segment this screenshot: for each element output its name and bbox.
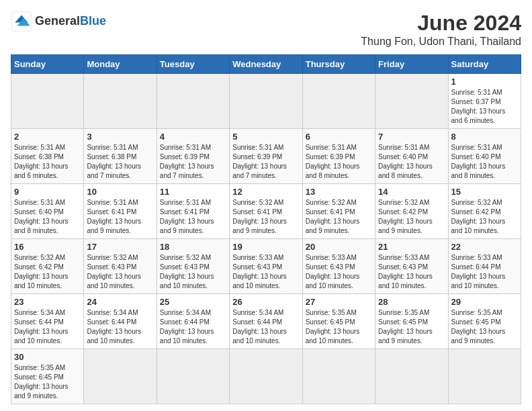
- calendar-day-cell: 29Sunrise: 5:35 AMSunset: 6:45 PMDayligh…: [448, 294, 521, 349]
- day-info: Sunrise: 5:33 AMSunset: 6:43 PMDaylight:…: [306, 253, 372, 291]
- day-number: 30: [14, 352, 81, 362]
- calendar-week-row: 2Sunrise: 5:31 AMSunset: 6:38 PMDaylight…: [11, 129, 521, 184]
- day-info: Sunrise: 5:32 AMSunset: 6:42 PMDaylight:…: [451, 198, 518, 236]
- weekday-header: Monday: [84, 55, 157, 74]
- calendar-day-cell: 25Sunrise: 5:34 AMSunset: 6:44 PMDayligh…: [157, 294, 229, 349]
- calendar-day-cell: 30Sunrise: 5:35 AMSunset: 6:45 PMDayligh…: [11, 349, 84, 404]
- calendar-week-row: 16Sunrise: 5:32 AMSunset: 6:42 PMDayligh…: [11, 239, 521, 294]
- day-info: Sunrise: 5:34 AMSunset: 6:44 PMDaylight:…: [87, 308, 153, 346]
- calendar-day-cell: 4Sunrise: 5:31 AMSunset: 6:39 PMDaylight…: [157, 129, 229, 184]
- day-number: 26: [232, 297, 299, 307]
- calendar-day-cell: [230, 349, 302, 404]
- day-info: Sunrise: 5:31 AMSunset: 6:40 PMDaylight:…: [451, 143, 518, 181]
- calendar-day-cell: 14Sunrise: 5:32 AMSunset: 6:42 PMDayligh…: [375, 184, 448, 239]
- calendar-day-cell: [157, 74, 229, 129]
- calendar-subtitle: Thung Fon, Udon Thani, Thailand: [361, 36, 521, 48]
- calendar-day-cell: 20Sunrise: 5:33 AMSunset: 6:43 PMDayligh…: [302, 239, 375, 294]
- calendar-day-cell: [375, 74, 448, 129]
- day-number: 25: [160, 297, 226, 307]
- day-number: 14: [378, 187, 445, 197]
- day-info: Sunrise: 5:32 AMSunset: 6:42 PMDaylight:…: [14, 253, 81, 291]
- day-info: Sunrise: 5:33 AMSunset: 6:43 PMDaylight:…: [232, 253, 299, 291]
- day-number: 18: [160, 242, 226, 252]
- calendar-day-cell: 24Sunrise: 5:34 AMSunset: 6:44 PMDayligh…: [84, 294, 157, 349]
- day-info: Sunrise: 5:33 AMSunset: 6:43 PMDaylight:…: [378, 253, 445, 291]
- page-header: GeneralBlue June 2024 Thung Fon, Udon Th…: [11, 11, 521, 48]
- day-info: Sunrise: 5:31 AMSunset: 6:40 PMDaylight:…: [378, 143, 445, 181]
- calendar-table: SundayMondayTuesdayWednesdayThursdayFrid…: [11, 54, 521, 404]
- calendar-day-cell: 15Sunrise: 5:32 AMSunset: 6:42 PMDayligh…: [448, 184, 521, 239]
- day-number: 11: [160, 187, 226, 197]
- weekday-header: Saturday: [448, 55, 521, 74]
- calendar-day-cell: 19Sunrise: 5:33 AMSunset: 6:43 PMDayligh…: [230, 239, 302, 294]
- day-info: Sunrise: 5:35 AMSunset: 6:45 PMDaylight:…: [378, 308, 445, 346]
- day-info: Sunrise: 5:34 AMSunset: 6:44 PMDaylight:…: [232, 308, 299, 346]
- day-number: 12: [232, 187, 299, 197]
- calendar-day-cell: [302, 74, 375, 129]
- day-info: Sunrise: 5:35 AMSunset: 6:45 PMDaylight:…: [306, 308, 372, 346]
- day-number: 8: [451, 132, 518, 142]
- day-info: Sunrise: 5:32 AMSunset: 6:43 PMDaylight:…: [160, 253, 226, 291]
- title-block: June 2024 Thung Fon, Udon Thani, Thailan…: [361, 11, 521, 48]
- calendar-day-cell: 1Sunrise: 5:31 AMSunset: 6:37 PMDaylight…: [448, 74, 521, 129]
- calendar-day-cell: 26Sunrise: 5:34 AMSunset: 6:44 PMDayligh…: [230, 294, 302, 349]
- day-info: Sunrise: 5:33 AMSunset: 6:44 PMDaylight:…: [451, 253, 518, 291]
- calendar-day-cell: 2Sunrise: 5:31 AMSunset: 6:38 PMDaylight…: [11, 129, 84, 184]
- day-number: 16: [14, 242, 81, 252]
- day-info: Sunrise: 5:31 AMSunset: 6:37 PMDaylight:…: [451, 88, 518, 126]
- weekday-header: Friday: [375, 55, 448, 74]
- calendar-day-cell: 13Sunrise: 5:32 AMSunset: 6:41 PMDayligh…: [302, 184, 375, 239]
- day-number: 13: [306, 187, 372, 197]
- calendar-day-cell: 8Sunrise: 5:31 AMSunset: 6:40 PMDaylight…: [448, 129, 521, 184]
- calendar-day-cell: [230, 74, 302, 129]
- weekday-header: Wednesday: [230, 55, 302, 74]
- weekday-header: Sunday: [11, 55, 84, 74]
- calendar-day-cell: [375, 349, 448, 404]
- calendar-day-cell: [448, 349, 521, 404]
- day-info: Sunrise: 5:32 AMSunset: 6:43 PMDaylight:…: [87, 253, 153, 291]
- calendar-week-row: 9Sunrise: 5:31 AMSunset: 6:40 PMDaylight…: [11, 184, 521, 239]
- day-info: Sunrise: 5:31 AMSunset: 6:40 PMDaylight:…: [14, 198, 81, 236]
- day-number: 9: [14, 187, 81, 197]
- day-info: Sunrise: 5:34 AMSunset: 6:44 PMDaylight:…: [14, 308, 81, 346]
- calendar-day-cell: [84, 349, 157, 404]
- day-info: Sunrise: 5:31 AMSunset: 6:38 PMDaylight:…: [14, 143, 81, 181]
- day-info: Sunrise: 5:31 AMSunset: 6:41 PMDaylight:…: [160, 198, 226, 236]
- day-number: 29: [451, 297, 518, 307]
- calendar-day-cell: [302, 349, 375, 404]
- calendar-day-cell: 10Sunrise: 5:31 AMSunset: 6:41 PMDayligh…: [84, 184, 157, 239]
- calendar-day-cell: [84, 74, 157, 129]
- calendar-day-cell: [157, 349, 229, 404]
- calendar-week-row: 23Sunrise: 5:34 AMSunset: 6:44 PMDayligh…: [11, 294, 521, 349]
- logo: GeneralBlue: [11, 11, 106, 32]
- day-info: Sunrise: 5:31 AMSunset: 6:41 PMDaylight:…: [87, 198, 153, 236]
- day-info: Sunrise: 5:32 AMSunset: 6:42 PMDaylight:…: [378, 198, 445, 236]
- day-number: 20: [306, 242, 372, 252]
- calendar-day-cell: 21Sunrise: 5:33 AMSunset: 6:43 PMDayligh…: [375, 239, 448, 294]
- weekday-header: Tuesday: [157, 55, 229, 74]
- calendar-day-cell: 11Sunrise: 5:31 AMSunset: 6:41 PMDayligh…: [157, 184, 229, 239]
- day-number: 15: [451, 187, 518, 197]
- calendar-day-cell: 7Sunrise: 5:31 AMSunset: 6:40 PMDaylight…: [375, 129, 448, 184]
- day-number: 3: [87, 132, 153, 142]
- logo-text: GeneralBlue: [35, 15, 106, 28]
- logo-blue-text: Blue: [80, 14, 106, 28]
- calendar-title: June 2024: [361, 11, 521, 36]
- logo-icon: [11, 11, 32, 32]
- calendar-day-cell: 28Sunrise: 5:35 AMSunset: 6:45 PMDayligh…: [375, 294, 448, 349]
- weekday-header: Thursday: [302, 55, 375, 74]
- day-number: 6: [306, 132, 372, 142]
- day-info: Sunrise: 5:31 AMSunset: 6:39 PMDaylight:…: [160, 143, 226, 181]
- day-number: 4: [160, 132, 226, 142]
- day-info: Sunrise: 5:32 AMSunset: 6:41 PMDaylight:…: [232, 198, 299, 236]
- day-info: Sunrise: 5:35 AMSunset: 6:45 PMDaylight:…: [451, 308, 518, 346]
- calendar-day-cell: 3Sunrise: 5:31 AMSunset: 6:38 PMDaylight…: [84, 129, 157, 184]
- calendar-day-cell: 27Sunrise: 5:35 AMSunset: 6:45 PMDayligh…: [302, 294, 375, 349]
- calendar-day-cell: [11, 74, 84, 129]
- day-info: Sunrise: 5:31 AMSunset: 6:38 PMDaylight:…: [87, 143, 153, 181]
- calendar-day-cell: 9Sunrise: 5:31 AMSunset: 6:40 PMDaylight…: [11, 184, 84, 239]
- day-number: 1: [451, 77, 518, 87]
- calendar-day-cell: 22Sunrise: 5:33 AMSunset: 6:44 PMDayligh…: [448, 239, 521, 294]
- calendar-week-row: 30Sunrise: 5:35 AMSunset: 6:45 PMDayligh…: [11, 349, 521, 404]
- calendar-day-cell: 12Sunrise: 5:32 AMSunset: 6:41 PMDayligh…: [230, 184, 302, 239]
